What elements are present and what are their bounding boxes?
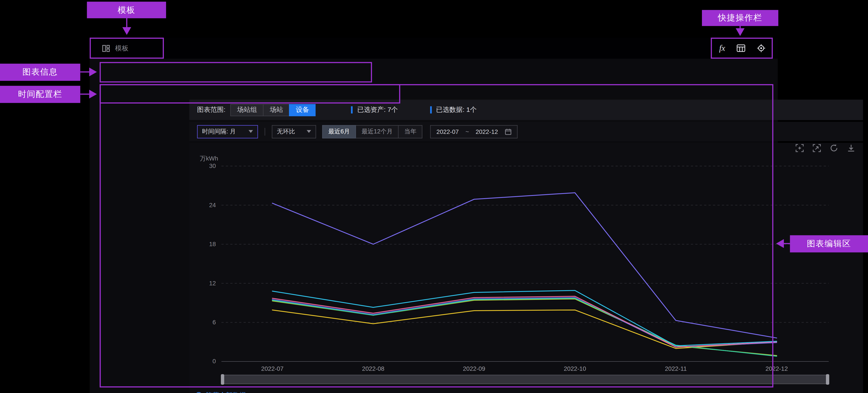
- eye-off-icon: [195, 392, 203, 393]
- screenshot-root: 模板 fx: [0, 0, 868, 393]
- chart-toolbar: [796, 144, 855, 152]
- hide-all-data-text: 隐藏全部数据: [206, 391, 246, 393]
- svg-text:0: 0: [213, 358, 216, 365]
- interval-select-value: 时间间隔: 月: [202, 127, 236, 136]
- svg-text:2022-12: 2022-12: [766, 365, 788, 372]
- svg-text:12: 12: [209, 280, 216, 287]
- download-icon[interactable]: [847, 144, 856, 152]
- chart-info-bar: 图表范围: 场站组 场站 设备 已选资产: 7个 已选数据: 1个: [189, 100, 863, 120]
- vertical-divider: [265, 128, 265, 135]
- annotation-label-chart-info: 图表信息: [0, 64, 80, 81]
- accent-bar: [351, 106, 353, 113]
- chart-editor-area: 万kWh06121824302022-072022-082022-092022-…: [189, 143, 863, 393]
- hide-all-data-link[interactable]: 隐藏全部数据: [195, 391, 246, 393]
- date-end-value[interactable]: 2022-12: [475, 128, 498, 135]
- selected-assets-text: 已选资产: 7个: [357, 105, 398, 115]
- svg-text:万kWh: 万kWh: [200, 155, 218, 162]
- layout-template-icon: [102, 44, 110, 53]
- svg-text:6: 6: [213, 319, 216, 326]
- date-range-picker[interactable]: 2022-07 ~ 2022-12: [430, 125, 517, 138]
- compare-select-value: 无环比: [277, 127, 295, 136]
- accent-bar: [430, 106, 432, 113]
- compare-select[interactable]: 无环比: [272, 125, 316, 138]
- time-config-bar: 时间间隔: 月 无环比 最近6月 最近12个月 当年 2022-07 ~ 202…: [189, 122, 863, 141]
- svg-text:2022-11: 2022-11: [665, 365, 687, 372]
- quick-action-bar: fx: [719, 43, 766, 53]
- scope-option-device[interactable]: 设备: [289, 104, 316, 116]
- datazoom-left-handle[interactable]: [221, 374, 224, 385]
- table-icon[interactable]: [736, 44, 746, 53]
- datazoom-right-handle[interactable]: [826, 374, 829, 385]
- zoom-restore-icon[interactable]: [813, 144, 821, 152]
- calendar-icon: [504, 128, 511, 135]
- date-start-value[interactable]: 2022-07: [437, 128, 459, 135]
- refresh-icon[interactable]: [830, 144, 838, 152]
- selected-data-badge: 已选数据: 1个: [430, 105, 476, 115]
- svg-text:2022-10: 2022-10: [564, 365, 586, 372]
- svg-text:2022-08: 2022-08: [362, 365, 384, 372]
- line-chart-canvas[interactable]: 万kWh06121824302022-072022-082022-092022-…: [189, 147, 863, 380]
- svg-text:30: 30: [209, 162, 216, 169]
- app-window: 模板 fx: [90, 38, 778, 393]
- range-option-current-year[interactable]: 当年: [398, 125, 423, 138]
- svg-text:2022-09: 2022-09: [463, 365, 485, 372]
- range-option-last-6-months[interactable]: 最近6月: [322, 125, 356, 138]
- app-header: 模板 fx: [90, 38, 778, 59]
- formula-fx-icon[interactable]: fx: [719, 43, 725, 53]
- annotation-label-template: 模板: [87, 2, 166, 18]
- range-option-last-12-months[interactable]: 最近12个月: [355, 125, 399, 138]
- scope-segmented-control: 场站组 场站 设备: [231, 104, 316, 116]
- svg-text:18: 18: [209, 241, 216, 248]
- app-logo-group: 模板: [102, 43, 128, 53]
- chevron-down-icon: [307, 130, 311, 133]
- interval-select[interactable]: 时间间隔: 月: [197, 125, 258, 138]
- svg-text:2022-07: 2022-07: [261, 365, 283, 372]
- scope-option-station[interactable]: 场站: [263, 104, 290, 116]
- app-title: 模板: [115, 43, 128, 53]
- annotation-label-quick-actions: 快捷操作栏: [702, 10, 778, 26]
- scope-label: 图表范围:: [197, 105, 225, 115]
- time-range-segmented-control: 最近6月 最近12个月 当年: [323, 125, 423, 138]
- selected-assets-badge: 已选资产: 7个: [351, 105, 398, 115]
- datazoom-slider[interactable]: [221, 375, 829, 384]
- selected-data-text: 已选数据: 1个: [436, 105, 476, 115]
- box-zoom-icon[interactable]: [796, 144, 804, 152]
- annotation-label-time-config: 时间配置栏: [0, 86, 80, 103]
- annotation-label-chart-editor: 图表编辑区: [790, 235, 868, 252]
- svg-text:24: 24: [209, 202, 216, 208]
- date-separator: ~: [465, 128, 469, 135]
- chevron-down-icon: [249, 130, 253, 133]
- scope-option-station-group[interactable]: 场站组: [230, 104, 264, 116]
- settings-gear-icon[interactable]: [757, 44, 766, 53]
